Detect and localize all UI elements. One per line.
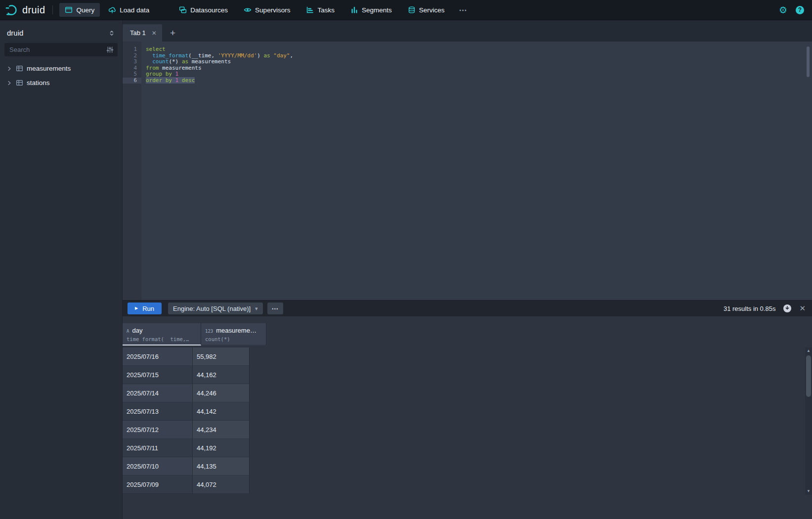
more-ellipsis-icon: ⋯: [272, 304, 279, 312]
result-cell[interactable]: 2025/07/12: [123, 421, 193, 439]
result-cell[interactable]: 2025/07/14: [123, 384, 193, 402]
nav-more-button[interactable]: ⋯: [455, 2, 471, 18]
nav-label: Query: [76, 6, 94, 14]
run-button[interactable]: ▶ Run: [128, 303, 162, 314]
search-box: [4, 43, 118, 56]
add-tab-button[interactable]: +: [170, 28, 175, 38]
cloud-upload-icon: [108, 6, 116, 14]
scroll-down-icon[interactable]: ▼: [807, 488, 811, 495]
sql-token: desc: [182, 77, 195, 84]
result-cell[interactable]: 2025/07/09: [123, 476, 193, 494]
result-cell[interactable]: 55,982: [193, 347, 250, 366]
filter-sliders-icon[interactable]: [106, 46, 114, 53]
more-ellipsis-icon: ⋯: [459, 6, 467, 14]
settings-gear-icon[interactable]: ⚙: [779, 5, 787, 15]
editor-code[interactable]: select time_format(__time, 'YYYY/MM/dd')…: [146, 46, 293, 84]
result-row: 2025/07/1655,982: [123, 347, 250, 366]
editor-scrollbar[interactable]: [807, 46, 810, 77]
nav-group-secondary: Datasources Supervisors: [173, 2, 471, 18]
nav-label: Load data: [120, 6, 149, 14]
result-cell[interactable]: 44,192: [193, 439, 250, 457]
caret-down-icon: ▾: [255, 305, 258, 312]
database-icon: [408, 6, 416, 14]
sql-token: "day": [273, 52, 290, 59]
chevron-right-icon[interactable]: [6, 66, 12, 72]
result-status: 31 results in 0.85s: [724, 305, 776, 312]
nav-supervisors[interactable]: Supervisors: [238, 3, 296, 17]
top-navbar: druid Query Load data: [0, 0, 812, 20]
nav-services[interactable]: Services: [402, 3, 450, 17]
result-cell[interactable]: 44,072: [193, 476, 250, 494]
close-tab-icon[interactable]: ✕: [152, 30, 157, 37]
query-more-button[interactable]: ⋯: [267, 303, 283, 314]
result-cell[interactable]: 2025/07/10: [123, 457, 193, 476]
sql-token: as: [263, 52, 270, 59]
nav-segments[interactable]: Segments: [345, 3, 397, 17]
result-cell[interactable]: 44,142: [193, 402, 250, 421]
scroll-up-icon[interactable]: ▲: [807, 347, 811, 354]
nav-tasks[interactable]: Tasks: [300, 3, 340, 17]
nav-query[interactable]: Query: [59, 3, 100, 17]
play-icon: ▶: [135, 306, 138, 310]
result-cell[interactable]: 44,234: [193, 421, 250, 439]
close-results-icon[interactable]: ✕: [799, 304, 806, 313]
engine-select[interactable]: Engine: Auto [SQL (native)] ▾: [168, 303, 263, 314]
druid-logo-icon[interactable]: [5, 3, 18, 17]
nav-datasources[interactable]: Datasources: [173, 3, 233, 17]
column-header-measurements[interactable]: 123 measureme… count(*): [201, 323, 266, 346]
table-grid-icon: [16, 65, 23, 72]
result-cell[interactable]: 44,246: [193, 384, 250, 402]
brand-name: druid: [22, 4, 45, 16]
sql-token: [172, 71, 175, 77]
sql-token: select: [146, 46, 166, 52]
download-results-icon[interactable]: [783, 304, 792, 313]
datasource-tree: measurements stations: [0, 61, 122, 90]
result-cell[interactable]: 2025/07/16: [123, 347, 193, 366]
sql-token: (__time,: [188, 52, 218, 59]
line-number: 3: [123, 59, 141, 65]
tree-item-label: stations: [27, 79, 50, 86]
tree-item-stations[interactable]: stations: [0, 76, 122, 90]
scrollbar-thumb[interactable]: [806, 355, 811, 397]
result-cell[interactable]: 2025/07/13: [123, 402, 193, 421]
result-cell[interactable]: 2025/07/15: [123, 366, 193, 384]
nav-load-data[interactable]: Load data: [103, 3, 155, 17]
results-table-body: 2025/07/1655,9822025/07/1544,1622025/07/…: [123, 347, 250, 494]
eye-icon: [244, 6, 252, 14]
table-grid-icon: [16, 79, 23, 86]
double-caret-icon[interactable]: [108, 30, 115, 37]
results-panel: A day time_format(__time,… 123 measureme…: [123, 316, 812, 519]
nav-label: Tasks: [317, 6, 335, 14]
result-cell[interactable]: 2025/07/11: [123, 439, 193, 457]
column-formula: time_format(__time,…: [127, 336, 197, 342]
results-scrollbar[interactable]: ▲ ▼: [805, 347, 812, 495]
number-type-icon: 123: [205, 329, 213, 334]
runbar-right: 31 results in 0.85s ✕: [724, 304, 806, 313]
tab-1[interactable]: Tab 1 ✕: [123, 24, 162, 42]
sql-token: [146, 58, 152, 65]
engine-label: Engine: Auto [SQL (native)]: [173, 305, 251, 312]
help-icon[interactable]: ?: [796, 6, 804, 14]
sql-token: from: [146, 65, 159, 71]
sql-token: 'YYYY/MM/dd': [218, 52, 257, 59]
sql-token: ): [257, 52, 263, 59]
line-number: 6: [123, 78, 141, 84]
line-number: 2: [123, 53, 141, 59]
search-input[interactable]: [8, 45, 106, 54]
schema-sidebar: druid: [0, 20, 123, 519]
run-bar: ▶ Run Engine: Auto [SQL (native)] ▾ ⋯ 31…: [123, 300, 812, 316]
sql-token: group by: [146, 71, 172, 77]
datasources-icon: [179, 6, 187, 14]
sql-token: [146, 52, 152, 59]
result-cell[interactable]: 44,162: [193, 366, 250, 384]
tab-label: Tab 1: [130, 29, 146, 37]
sql-token: measurements: [188, 58, 231, 65]
result-cell[interactable]: 44,135: [193, 457, 250, 476]
tree-item-measurements[interactable]: measurements: [0, 61, 122, 76]
chevron-right-icon[interactable]: [6, 80, 12, 86]
code-line[interactable]: order by 1 desc: [146, 78, 293, 84]
column-header-day[interactable]: A day time_format(__time,…: [123, 323, 201, 346]
query-tab-bar: Tab 1 ✕ +: [123, 20, 812, 42]
sql-editor[interactable]: 123456 select time_format(__time, 'YYYY/…: [123, 42, 812, 300]
result-row: 2025/07/1144,192: [123, 439, 250, 457]
